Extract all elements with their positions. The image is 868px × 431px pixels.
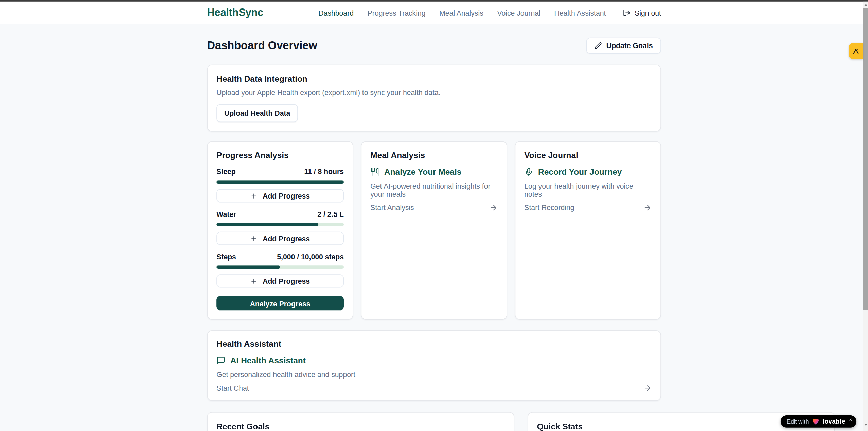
health-assistant-card: Health Assistant AI Health Assistant Get…	[207, 330, 661, 401]
start-chat-action[interactable]: Start Chat	[216, 384, 652, 392]
analyze-your-meals-label: Analyze Your Meals	[384, 167, 461, 176]
logout-icon	[623, 9, 631, 17]
recent-goals-card: Recent Goals Select Date Today Yesterday…	[207, 412, 514, 431]
integration-description: Upload your Apple Health export (export.…	[216, 89, 652, 97]
arrow-right-icon	[490, 204, 498, 212]
scrollbar-thumb[interactable]	[863, 8, 868, 310]
sleep-progress-bar	[216, 180, 344, 184]
record-your-journey-link[interactable]: Record Your Journey	[524, 167, 652, 176]
add-sleep-progress-button[interactable]: Add Progress	[216, 189, 344, 202]
edit-with-lovable-badge[interactable]: Edit with lovable ×	[781, 415, 856, 428]
metric-steps: Steps 5,000 / 10,000 steps Add Progress	[216, 253, 344, 288]
sign-out-label: Sign out	[635, 8, 661, 17]
recent-goals-title: Recent Goals	[216, 421, 505, 431]
add-progress-label: Add Progress	[263, 277, 310, 285]
top-navbar: HealthSync Dashboard Progress Tracking M…	[0, 2, 868, 24]
nav-health-assistant[interactable]: Health Assistant	[554, 8, 606, 17]
voice-journal-description: Log your health journey with voice notes	[524, 182, 652, 199]
nav-progress-tracking[interactable]: Progress Tracking	[368, 8, 426, 17]
brand-logo: HealthSync	[207, 7, 263, 19]
meal-analysis-card: Meal Analysis Analyze Your Meals Get AI-…	[361, 141, 507, 320]
main-nav: Dashboard Progress Tracking Meal Analysi…	[318, 8, 661, 17]
badge-close-icon[interactable]: ×	[849, 417, 852, 423]
plus-icon	[250, 277, 258, 284]
arrow-right-icon	[643, 384, 652, 392]
voice-journal-title: Voice Journal	[524, 150, 652, 160]
progress-analysis-card: Progress Analysis Sleep 11 / 8 hours Add…	[207, 141, 353, 320]
sleep-label: Sleep	[216, 168, 236, 176]
add-water-progress-button[interactable]: Add Progress	[216, 232, 344, 245]
page-title: Dashboard Overview	[207, 39, 317, 52]
lovable-side-button[interactable]	[849, 43, 863, 59]
metric-water: Water 2 / 2.5 L Add Progress	[216, 210, 344, 245]
plus-icon	[250, 192, 258, 199]
steps-label: Steps	[216, 253, 236, 261]
health-data-integration-card: Health Data Integration Upload your Appl…	[207, 65, 661, 132]
start-recording-label: Start Recording	[524, 204, 574, 212]
heart-icon	[812, 418, 819, 425]
ai-health-assistant-link[interactable]: AI Health Assistant	[216, 356, 652, 365]
analyze-progress-button[interactable]: Analyze Progress	[216, 296, 344, 310]
lovable-logo-icon	[852, 47, 860, 55]
upload-health-data-button[interactable]: Upload Health Data	[216, 104, 298, 122]
lovable-brand-label: lovable	[822, 418, 845, 425]
water-progress-bar	[216, 223, 344, 226]
app-root: HealthSync Dashboard Progress Tracking M…	[0, 0, 868, 431]
health-assistant-title: Health Assistant	[216, 339, 652, 349]
meal-analysis-title: Meal Analysis	[370, 150, 498, 160]
steps-value: 5,000 / 10,000 steps	[277, 253, 344, 261]
record-your-journey-label: Record Your Journey	[538, 167, 622, 176]
utensils-icon	[370, 167, 379, 176]
start-analysis-label: Start Analysis	[370, 204, 414, 212]
edit-with-label: Edit with	[787, 418, 809, 425]
microphone-icon	[524, 167, 533, 176]
update-goals-button[interactable]: Update Goals	[586, 38, 661, 54]
start-analysis-action[interactable]: Start Analysis	[370, 204, 498, 212]
nav-dashboard[interactable]: Dashboard	[318, 8, 354, 17]
water-label: Water	[216, 210, 236, 218]
sign-out-button[interactable]: Sign out	[623, 8, 661, 17]
metric-sleep: Sleep 11 / 8 hours Add Progress	[216, 168, 344, 203]
scrollbar-up-arrow-icon[interactable]	[864, 4, 868, 6]
plus-icon	[250, 235, 258, 242]
update-goals-label: Update Goals	[606, 41, 653, 50]
nav-meal-analysis[interactable]: Meal Analysis	[439, 8, 483, 17]
water-value: 2 / 2.5 L	[317, 210, 344, 218]
ai-health-assistant-label: AI Health Assistant	[230, 356, 306, 365]
steps-progress-bar	[216, 265, 344, 269]
main-content: Dashboard Overview Update Goals Health D…	[207, 38, 661, 431]
sleep-value: 11 / 8 hours	[304, 168, 344, 176]
start-chat-label: Start Chat	[216, 384, 249, 392]
add-progress-label: Add Progress	[263, 192, 310, 200]
voice-journal-card: Voice Journal Record Your Journey Log yo…	[515, 141, 661, 320]
add-steps-progress-button[interactable]: Add Progress	[216, 274, 344, 287]
arrow-right-icon	[643, 204, 652, 212]
pencil-icon	[595, 42, 602, 49]
start-recording-action[interactable]: Start Recording	[524, 204, 652, 212]
vertical-scrollbar[interactable]	[863, 2, 868, 431]
add-progress-label: Add Progress	[263, 234, 310, 242]
nav-voice-journal[interactable]: Voice Journal	[497, 8, 540, 17]
chat-bubble-icon	[216, 356, 225, 365]
progress-analysis-title: Progress Analysis	[216, 150, 344, 160]
scrollbar-down-arrow-icon[interactable]	[864, 424, 868, 426]
health-assistant-description: Get personalized health advice and suppo…	[216, 371, 652, 379]
integration-title: Health Data Integration	[216, 74, 652, 83]
meal-analysis-description: Get AI-powered nutritional insights for …	[370, 182, 498, 199]
analyze-your-meals-link[interactable]: Analyze Your Meals	[370, 167, 498, 176]
